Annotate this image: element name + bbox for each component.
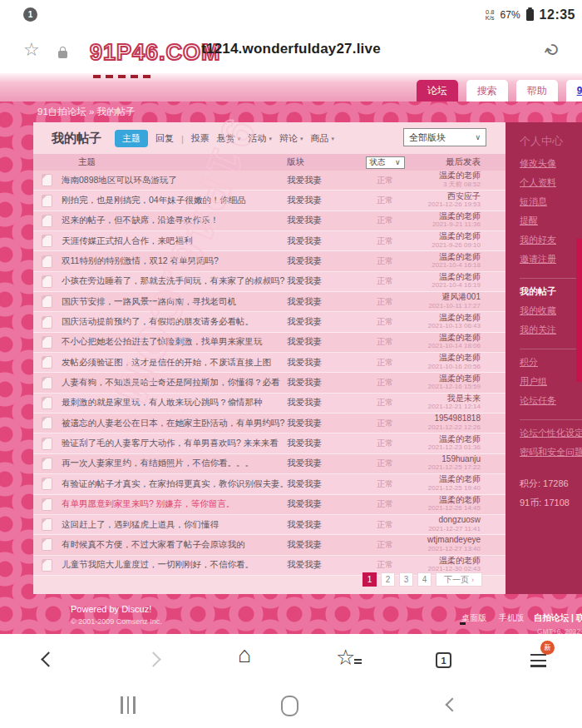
filter-tab-回复[interactable]: 回复 [155,132,174,145]
thread-forum-link[interactable]: 我爱我妻 [287,296,353,308]
table-row[interactable]: 被遗忘的人妻老公在日本，在她家主卧活动，有单男约吗? 我爱我妻 正常 19549… [33,414,506,433]
site-tab-帮助[interactable]: 帮助 [516,80,558,102]
table-row[interactable]: 有时候真不方便，不过大家看了帖子会原谅我的 我爱我妻 正常 wtjmandeye… [33,535,506,555]
sidebar-item-我的好友[interactable]: 我的好友 [520,234,582,246]
thread-forum-link[interactable]: 我爱我妻 [287,519,353,531]
menu-icon[interactable] [530,654,546,671]
thread-forum-link[interactable]: 我爱我妻 [287,498,353,510]
thread-forum-link[interactable]: 我爱我妻 [287,255,353,267]
thread-forum-link[interactable]: 我爱我妻 [287,215,353,226]
table-row[interactable]: 这回赶上了，遇到猛虎上道具，你们懂得 我爱我妻 正常 dongzuosw 202… [33,515,506,535]
last-post-author[interactable]: 温柔的老师 [439,314,481,323]
thread-forum-link[interactable]: 我爱我妻 [287,438,353,449]
thread-title-link[interactable]: 不小心把她老公拍进去了惊险刺激，找单男来家里玩 [62,336,287,348]
thread-title-link[interactable]: 国庆活动提前预约了，有假期的朋友请务必看帖。 [62,316,287,328]
sidebar-item-邀请注册[interactable]: 邀请注册 [520,253,582,265]
status-filter-select[interactable]: 状态 ∨ [366,156,405,169]
last-post-author[interactable]: wtjmandeyeye [427,536,481,545]
table-row[interactable]: 发帖必须验证图，这才是信任的开始，不废话直接上图 我爱我妻 正常 温柔的老师 2… [33,353,506,373]
last-post-author[interactable]: 温柔的老师 [439,435,481,444]
thread-forum-link[interactable]: 我爱我妻 [287,397,353,409]
mobile-version-link[interactable]: 手机版 [499,612,524,624]
last-post-author[interactable]: 温柔的老师 [439,496,481,505]
site-tab-搜索[interactable]: 搜索 [466,80,508,102]
filter-tab-主题[interactable]: 主题 [115,130,148,147]
thread-title-link[interactable]: 最刺激的就是家里玩，有人敢来玩心跳吗？偷情那种 [62,397,287,409]
last-post-author[interactable]: 温柔的老师 [439,171,481,181]
table-row[interactable]: 有验证的帖子才真实，在家拍得更真实，教你识别假夫妻。 我爱我妻 正常 温柔的老师… [33,474,506,494]
last-post-author[interactable]: 温柔的老师 [439,475,481,484]
table-row[interactable]: 有单男愿意到家里来吗? 别嫌弃，等你留言。 我爱我妻 正常 温柔的老师 2021… [33,495,506,515]
last-post-author[interactable]: 159huanju [441,455,481,464]
sidebar-item-我的关注[interactable]: 我的关注 [520,324,582,336]
last-post-author[interactable]: 温柔的老师 [439,212,481,221]
sidebar-item-个人资料[interactable]: 个人资料 [520,176,582,189]
table-row[interactable]: 国庆节安排，一路风景一路向南，寻找老司机 我爱我妻 正常 避风港001 2021… [33,292,506,312]
thread-forum-link[interactable]: 我爱我妻 [287,336,353,348]
thread-title-link[interactable]: 验证刮了毛的人妻客厅大动作，有单男喜欢吗? 来来来看 [62,438,287,449]
thread-forum-link[interactable]: 我爱我妻 [287,357,353,369]
filter-tab-活动[interactable]: 活动▾ [248,132,272,145]
sidebar-item-我的收藏[interactable]: 我的收藏 [520,305,582,317]
last-post-author[interactable]: 温柔的老师 [439,253,481,262]
sidebar-item-积分[interactable]: 积分 [520,356,582,369]
powered-by[interactable]: Powered by Discuz! [71,604,162,614]
url-field[interactable]: t1214.wonderfulday27.live [0,41,582,57]
filter-tab-投票[interactable]: 投票 [191,132,210,145]
page-button-4[interactable]: 4 [417,572,432,587]
site-tab-论坛[interactable]: 论坛 [417,80,458,102]
thread-title-link[interactable]: 迟来的帖子，但不缺席，沿途寻欢作乐！ [62,215,287,226]
table-row[interactable]: 不小心把她老公拍进去了惊险刺激，找单男来家里玩 我爱我妻 正常 温柔的老师 20… [33,333,506,353]
table-row[interactable]: 海南0898地区可以环岛游玩了 我爱我妻 正常 温柔的老师 3 天前 08:52 [33,171,506,191]
forward-icon[interactable] [146,651,160,666]
thread-title-link[interactable]: 人妻有狗，不知道是哈士奇还是阿拉斯加，你懂得？必看 [62,377,287,389]
table-row[interactable]: 国庆活动提前预约了，有假期的朋友请务必看帖。 我爱我妻 正常 温柔的老师 202… [33,312,506,332]
last-post-author[interactable]: dongzuosw [438,516,481,525]
table-row[interactable]: 天涯传媒正式招人合作，来吧福利 我爱我妻 正常 温柔的老师 2021-9-26 … [33,231,506,251]
filter-tab-辩论[interactable]: 辩论▾ [279,132,303,145]
thread-forum-link[interactable]: 我爱我妻 [287,316,353,328]
footer-site-links[interactable]: 自拍论坛 | 联系 [534,612,582,624]
thread-forum-link[interactable]: 我爱我妻 [287,478,353,490]
page-button-1[interactable]: 1 [363,572,377,587]
last-post-author[interactable]: 西安应子 [447,192,481,201]
system-home-icon[interactable] [281,696,298,716]
sidebar-item-短消息[interactable]: 短消息 [520,196,582,208]
thread-title-link[interactable]: 天涯传媒正式招人合作，来吧福利 [62,235,287,247]
site-tab-91视[interactable]: 91视 [566,80,582,102]
thread-title-link[interactable]: 刚拍完，也是刚搞完，04年妹子很嫩的！你细品 [62,195,287,206]
thread-forum-link[interactable]: 我爱我妻 [287,275,353,287]
page-button-2[interactable]: 2 [381,572,395,587]
filter-tab-悬赏[interactable]: 悬赏▾ [217,132,241,145]
thread-title-link[interactable]: 儿童节我陪大儿童度过，一切刚刚好，不信你看。 [62,559,287,571]
page-button-3[interactable]: 3 [399,572,413,587]
table-row[interactable]: 最刺激的就是家里玩，有人敢来玩心跳吗？偷情那种 我爱我妻 正常 我是未来 202… [33,394,506,414]
sidebar-item-密码和安全问题[interactable]: 密码和安全问题 [520,446,582,458]
last-post-author[interactable]: 温柔的老师 [439,374,481,384]
home-icon[interactable]: ⌂ [238,642,251,668]
system-back-icon[interactable] [446,698,460,712]
thread-forum-link[interactable]: 我爱我妻 [287,377,353,389]
thread-forum-link[interactable]: 我爱我妻 [287,418,353,429]
recent-apps-icon[interactable] [121,696,136,714]
last-post-author[interactable]: 温柔的老师 [439,273,481,282]
thread-title-link[interactable]: 双11特别的特别激情，双12 有单男陪吗? [62,255,287,267]
sidebar-item-修改头像[interactable]: 修改头像 [520,157,582,170]
sidebar-item-论坛个性化设定[interactable]: 论坛个性化设定 [520,427,582,439]
thread-forum-link[interactable]: 我爱我妻 [287,539,353,551]
thread-title-link[interactable]: 发帖必须验证图，这才是信任的开始，不废话直接上图 [62,357,287,369]
sidebar-item-提醒[interactable]: 提醒 [520,215,582,227]
thread-title-link[interactable]: 这回赶上了，遇到猛虎上道具，你们懂得 [62,519,287,531]
last-post-author[interactable]: 我是未来 [447,394,481,404]
table-row[interactable]: 双11特别的特别激情，双12 有单男陪吗? 我爱我妻 正常 温柔的老师 2021… [33,251,506,271]
back-icon[interactable] [41,651,56,666]
thread-title-link[interactable]: 小孩在旁边睡着了，那就去洗手间玩，有来家了的叔叔吗? [62,275,287,287]
sidebar-item-我的帖子[interactable]: 我的帖子 [520,285,582,298]
browser-address-bar[interactable]: ☆ 91P46.COM t1214.wonderfulday27.live ↻ [0,29,582,73]
table-row[interactable]: 人妻有狗，不知道是哈士奇还是阿拉斯加，你懂得？必看 我爱我妻 正常 温柔的老师 … [33,373,506,393]
thread-title-link[interactable]: 有单男愿意到家里来吗? 别嫌弃，等你留言。 [62,498,287,510]
thread-title-link[interactable]: 被遗忘的人妻老公在日本，在她家主卧活动，有单男约吗? [62,418,287,429]
tab-switcher-icon[interactable]: 1 [436,652,451,668]
table-row[interactable]: 小孩在旁边睡着了，那就去洗手间玩，有来家了的叔叔吗? 我爱我妻 正常 温柔的老师… [33,272,506,292]
thread-forum-link[interactable]: 我爱我妻 [287,559,353,571]
